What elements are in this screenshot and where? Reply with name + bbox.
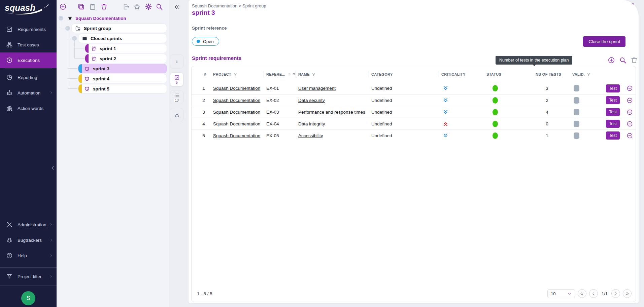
column-header-criticality[interactable]: CRITICALITY bbox=[439, 66, 484, 82]
trash-icon[interactable] bbox=[100, 3, 108, 10]
valid-checkbox[interactable] bbox=[574, 132, 579, 139]
plus-circle-icon[interactable] bbox=[59, 3, 67, 10]
sidebar-item-requirements[interactable]: Requirements bbox=[0, 22, 57, 37]
tree-node-closed-sprints[interactable]: Closed sprints bbox=[78, 34, 167, 43]
name-link[interactable]: User management bbox=[298, 86, 336, 91]
collapse-icon[interactable]: − bbox=[59, 16, 63, 21]
remove-requirement-icon[interactable] bbox=[626, 132, 633, 139]
collapse-icon[interactable]: − bbox=[72, 36, 77, 41]
breadcrumb[interactable]: Squash Documentation > Sprint group bbox=[192, 3, 266, 8]
column-header-refere-[interactable]: REFERE... bbox=[264, 66, 296, 82]
gear-icon[interactable] bbox=[145, 3, 152, 10]
sidebar-item-help[interactable]: Help bbox=[0, 248, 57, 263]
sidebar-item-bugtrackers[interactable]: Bugtrackers bbox=[0, 232, 57, 248]
remove-requirement-icon[interactable] bbox=[626, 85, 633, 91]
collapse-tree-icon[interactable] bbox=[174, 4, 180, 10]
sidebar-collapse-icon[interactable] bbox=[50, 164, 56, 171]
filter-icon[interactable] bbox=[293, 72, 296, 76]
sidebar-item-automation[interactable]: Automation bbox=[0, 85, 57, 101]
test-button[interactable]: Test bbox=[606, 120, 620, 128]
copy-icon[interactable] bbox=[77, 3, 85, 10]
add-requirement-icon[interactable] bbox=[608, 56, 615, 64]
column-header-label: NB OF TESTS bbox=[533, 72, 561, 76]
column-header--[interactable]: # bbox=[197, 66, 210, 82]
name-link[interactable]: Data integrity bbox=[298, 121, 325, 126]
prev-page-button[interactable] bbox=[589, 289, 598, 298]
column-header-nb-of-tests[interactable]: NB OF TESTS bbox=[524, 66, 570, 82]
sidebar-item-administration[interactable]: Administration bbox=[0, 217, 57, 232]
star-icon[interactable] bbox=[133, 3, 141, 10]
tree-node-sprint-4[interactable]: sprint 4 bbox=[78, 74, 167, 83]
tree-node-sprint-2[interactable]: sprint 2 bbox=[85, 54, 167, 63]
sprint-color-bar bbox=[78, 74, 82, 83]
tab-list[interactable]: 10 bbox=[170, 90, 183, 104]
tab-checkbox[interactable]: 5 bbox=[170, 72, 183, 86]
page-size-select[interactable]: 10 bbox=[547, 289, 575, 298]
test-button[interactable]: Test bbox=[606, 96, 620, 104]
column-header-category[interactable]: CATEGORY bbox=[369, 66, 439, 82]
project-link[interactable]: Squash Documentation bbox=[213, 121, 260, 126]
squash-logo[interactable]: squash bbox=[0, 0, 57, 20]
search-icon[interactable] bbox=[156, 3, 163, 10]
project-link[interactable]: Squash Documentation bbox=[213, 110, 260, 115]
column-header-valid-[interactable]: VALID. bbox=[570, 66, 603, 82]
table-row: 1Squash DocumentationEX-01User managemen… bbox=[192, 82, 636, 94]
collapse-icon[interactable]: − bbox=[65, 26, 70, 31]
column-header-status[interactable]: STATUS bbox=[484, 66, 524, 82]
user-avatar[interactable]: S bbox=[21, 291, 35, 305]
clipboard-icon[interactable] bbox=[89, 3, 96, 10]
close-sprint-button[interactable]: Close the sprint bbox=[583, 36, 625, 47]
tree-node-squash-documentation[interactable]: Squash Documentation bbox=[67, 13, 167, 23]
name-link[interactable]: Accessibility bbox=[298, 133, 323, 138]
valid-checkbox[interactable] bbox=[574, 109, 579, 115]
search-icon[interactable] bbox=[619, 56, 626, 64]
column-header-name[interactable]: NAME bbox=[296, 66, 369, 82]
cell-text: 1 bbox=[546, 133, 548, 138]
first-page-button[interactable] bbox=[578, 289, 586, 298]
export-icon[interactable] bbox=[123, 3, 130, 10]
remove-requirement-icon[interactable] bbox=[626, 109, 633, 115]
sprint-icon bbox=[84, 66, 90, 72]
filter-icon[interactable] bbox=[312, 72, 316, 76]
valid-checkbox[interactable] bbox=[574, 85, 579, 91]
sidebar-item-reporting[interactable]: Reporting bbox=[0, 70, 57, 85]
column-header-project[interactable]: PROJECT bbox=[210, 66, 264, 82]
remove-requirement-icon[interactable] bbox=[626, 121, 633, 127]
sidebar-item-label: Action words bbox=[18, 106, 43, 111]
criticality-minor-icon bbox=[443, 98, 448, 103]
project-link[interactable]: Squash Documentation bbox=[213, 133, 260, 138]
cell-category: Undefined bbox=[369, 106, 439, 118]
tree-node-sprint-5[interactable]: sprint 5 bbox=[78, 84, 167, 93]
filter-icon[interactable] bbox=[587, 72, 591, 76]
name-link[interactable]: Data security bbox=[298, 98, 325, 103]
test-button[interactable]: Test bbox=[606, 131, 620, 140]
sidebar-item-test-cases[interactable]: Test cases bbox=[0, 37, 57, 52]
valid-checkbox[interactable] bbox=[574, 97, 579, 104]
sidebar-item-executions[interactable]: Executions bbox=[0, 52, 57, 68]
delete-icon[interactable] bbox=[631, 56, 638, 64]
project-link[interactable]: Squash Documentation bbox=[213, 86, 260, 91]
tree-node-sprint-group[interactable]: Sprint group bbox=[71, 24, 167, 33]
filter-icon[interactable] bbox=[233, 72, 237, 76]
name-link[interactable]: Performance and response times bbox=[298, 110, 365, 115]
tab-count: 5 bbox=[175, 81, 178, 84]
sort-ascending-icon[interactable] bbox=[287, 72, 291, 76]
col-actions bbox=[603, 66, 636, 82]
tree-node-sprint-1[interactable]: sprint 1 bbox=[85, 44, 167, 53]
tab-bug[interactable] bbox=[170, 108, 183, 122]
next-page-button[interactable] bbox=[611, 289, 620, 298]
tree-node-sprint-3[interactable]: sprint 3 bbox=[78, 64, 167, 73]
cell-action: Test bbox=[603, 82, 636, 94]
sidebar-item-project-filter[interactable]: Project filter bbox=[0, 269, 57, 284]
valid-checkbox[interactable] bbox=[574, 121, 579, 127]
last-page-button[interactable] bbox=[623, 289, 632, 298]
test-button[interactable]: Test bbox=[606, 84, 620, 92]
tree-node-label: sprint 2 bbox=[100, 56, 116, 61]
remove-requirement-icon[interactable] bbox=[626, 97, 633, 104]
sidebar-item-action-words[interactable]: Action words bbox=[0, 101, 57, 116]
tab-info[interactable]: i bbox=[170, 54, 183, 69]
project-link[interactable]: Squash Documentation bbox=[213, 98, 260, 103]
test-button[interactable]: Test bbox=[606, 108, 620, 116]
status-success-dot bbox=[493, 132, 498, 139]
column-header-label: PROJECT bbox=[210, 72, 231, 76]
